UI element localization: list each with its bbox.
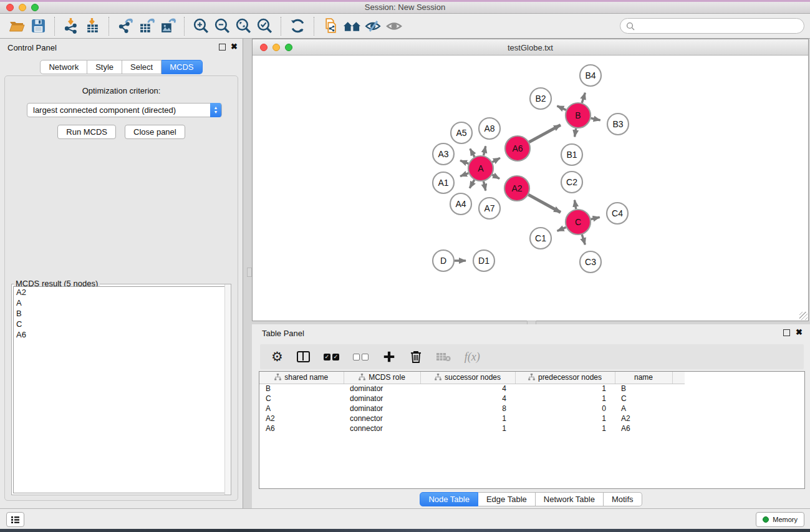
table-cell[interactable]: A <box>259 404 344 414</box>
graph-node-A5[interactable]: A5 <box>451 122 472 143</box>
select-all-columns-button[interactable]: ✓ ✓ <box>324 354 339 360</box>
tab-style[interactable]: Style <box>87 60 122 74</box>
table-cell[interactable]: 0 <box>515 404 615 414</box>
table-cell[interactable]: A6 <box>259 423 344 433</box>
graph-node-B3[interactable]: B3 <box>607 114 629 135</box>
column-header[interactable]: name <box>615 372 672 384</box>
open-session-button[interactable] <box>6 16 27 37</box>
column-header[interactable]: predecessor nodes <box>515 372 615 384</box>
add-column-button[interactable] <box>382 350 396 364</box>
graph-node-A8[interactable]: A8 <box>479 118 500 139</box>
table-cell[interactable]: A <box>615 404 672 414</box>
deselect-all-columns-button[interactable] <box>353 354 369 360</box>
zoom-fit-button[interactable] <box>233 16 254 37</box>
graph-node-D[interactable]: D <box>433 250 454 271</box>
graph-edge-B-B4[interactable] <box>582 93 585 103</box>
zoom-out-button[interactable] <box>211 16 233 37</box>
table-cell[interactable]: 1 <box>515 423 615 433</box>
table-cell[interactable]: 1 <box>515 384 615 394</box>
mcds-result-list[interactable]: A2ABCA6 <box>13 286 229 493</box>
graph-edge-B-B3[interactable] <box>591 118 600 120</box>
save-session-button[interactable] <box>27 16 49 37</box>
tab-network[interactable]: Network <box>40 60 87 74</box>
function-builder-button[interactable]: f(x) <box>465 351 480 364</box>
result-item[interactable]: B <box>14 308 229 319</box>
graph-edge-C-C4[interactable] <box>591 217 599 219</box>
graph-edge-C-C3[interactable] <box>582 235 585 244</box>
graph-edge-B-B1[interactable] <box>575 128 576 137</box>
graph-node-C2[interactable]: C2 <box>561 172 582 193</box>
float-panel-button[interactable] <box>219 44 226 51</box>
home-layout-button[interactable] <box>341 16 362 37</box>
table-row[interactable]: A2connector11A2 <box>259 414 685 423</box>
resize-handle[interactable] <box>799 312 808 320</box>
graph-edge-A-A5[interactable] <box>470 148 475 157</box>
export-image-button[interactable] <box>157 16 178 37</box>
result-item[interactable]: A2 <box>14 287 229 297</box>
node-table[interactable]: shared nameMCDS rolesuccessor nodesprede… <box>259 371 805 489</box>
memory-button[interactable]: Memory <box>756 512 804 527</box>
tab-network-table[interactable]: Network Table <box>536 492 604 506</box>
run-mcds-button[interactable]: Run MCDS <box>57 125 116 139</box>
delete-table-button[interactable] <box>436 352 451 362</box>
close-panel-button[interactable]: ✖ <box>231 42 238 51</box>
table-cell[interactable]: dominator <box>344 384 420 394</box>
search-input[interactable] <box>638 21 804 31</box>
table-cell[interactable]: C <box>259 394 344 404</box>
graph-edge-A-A7[interactable] <box>483 181 485 191</box>
tab-select[interactable]: Select <box>122 60 162 74</box>
network-window-titlebar[interactable]: testGlobe.txt <box>253 39 808 56</box>
graph-node-A7[interactable]: A7 <box>479 198 500 219</box>
tab-mcds[interactable]: MCDS <box>162 60 202 74</box>
refresh-view-button[interactable] <box>287 16 308 37</box>
split-panel-button[interactable] <box>297 351 310 362</box>
table-cell[interactable]: 1 <box>515 414 615 423</box>
export-network-button[interactable] <box>115 16 136 37</box>
graph-node-D1[interactable]: D1 <box>473 250 494 271</box>
table-cell[interactable]: 4 <box>420 384 515 394</box>
table-row[interactable]: A6connector11A6 <box>259 423 685 433</box>
column-header[interactable]: shared name <box>259 372 344 384</box>
show-visual-properties-button[interactable] <box>383 16 405 37</box>
graph-node-A[interactable]: A <box>468 156 493 181</box>
table-row[interactable]: Adominator80A <box>259 404 685 414</box>
graph-node-A2[interactable]: A2 <box>504 176 529 201</box>
graph-node-B4[interactable]: B4 <box>580 65 601 86</box>
close-table-panel-button[interactable]: ✖ <box>796 328 803 337</box>
table-cell[interactable]: dominator <box>344 394 420 404</box>
zoom-in-button[interactable] <box>190 16 211 37</box>
table-cell[interactable]: B <box>615 384 672 394</box>
graph-node-C3[interactable]: C3 <box>580 251 601 273</box>
optimization-criterion-select[interactable]: largest connected component (directed) ▲… <box>27 103 222 117</box>
graph-node-C1[interactable]: C1 <box>530 228 551 249</box>
graph-edge-A6-B[interactable] <box>529 125 560 142</box>
graph-node-A6[interactable]: A6 <box>505 136 530 161</box>
import-network-button[interactable] <box>60 16 82 37</box>
graph-edge-A-A4[interactable] <box>470 180 475 188</box>
graph-node-B1[interactable]: B1 <box>561 144 582 165</box>
table-cell[interactable]: B <box>259 384 344 394</box>
column-header[interactable]: MCDS role <box>344 372 420 384</box>
duplicate-network-button[interactable] <box>320 16 341 37</box>
graph-edge-C-C2[interactable] <box>574 200 576 210</box>
graph-node-A3[interactable]: A3 <box>433 143 454 165</box>
delete-column-button[interactable] <box>410 350 422 364</box>
table-cell[interactable]: 8 <box>420 404 515 414</box>
result-item[interactable]: A <box>14 297 229 308</box>
table-cell[interactable]: connector <box>344 414 420 423</box>
graph-node-C[interactable]: C <box>566 210 591 235</box>
table-row[interactable]: Cdominator41C <box>259 394 685 404</box>
table-cell[interactable]: A2 <box>615 414 672 423</box>
graph-edge-A2-C[interactable] <box>528 195 561 212</box>
graph-node-B2[interactable]: B2 <box>530 88 551 109</box>
graph-edge-C-C1[interactable] <box>557 227 566 231</box>
tab-motifs[interactable]: Motifs <box>604 492 642 506</box>
network-canvas[interactable]: AA1A2A3A4A5A6A7A8BB1B2B3B4CC1C2C3C4DD1 <box>253 56 808 321</box>
graph-node-B[interactable]: B <box>566 103 591 128</box>
tab-node-table[interactable]: Node Table <box>420 492 478 506</box>
float-table-panel-button[interactable] <box>783 329 790 336</box>
result-item[interactable]: A6 <box>14 329 229 340</box>
graph-edge-A-A8[interactable] <box>483 146 485 155</box>
graph-node-A1[interactable]: A1 <box>433 172 454 193</box>
graph-edge-A-A2[interactable] <box>492 175 499 178</box>
